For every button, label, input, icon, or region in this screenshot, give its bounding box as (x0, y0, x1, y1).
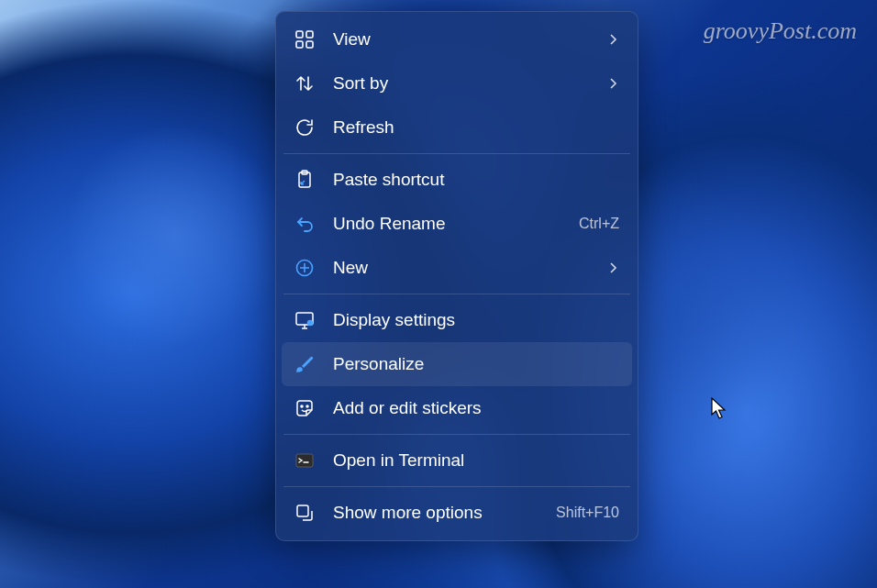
display-settings-icon (294, 310, 315, 330)
paste-shortcut-icon (294, 170, 315, 190)
chevron-right-icon (606, 261, 619, 274)
menu-item-personalize[interactable]: Personalize (282, 342, 632, 386)
menu-label: Display settings (333, 310, 619, 330)
menu-label: Undo Rename (333, 214, 568, 234)
menu-shortcut: Shift+F10 (556, 505, 619, 521)
menu-separator (283, 153, 630, 154)
menu-label: Paste shortcut (333, 170, 619, 190)
svg-point-8 (308, 321, 313, 326)
chevron-right-icon (606, 33, 619, 46)
mouse-cursor (711, 397, 727, 421)
svg-rect-3 (306, 41, 313, 48)
chevron-right-icon (606, 77, 619, 90)
menu-item-paste-shortcut[interactable]: Paste shortcut (282, 158, 632, 202)
menu-item-sort-by[interactable]: Sort by (282, 61, 632, 105)
menu-separator (283, 434, 630, 435)
svg-rect-12 (297, 505, 308, 516)
menu-item-add-stickers[interactable]: Add or edit stickers (282, 386, 632, 430)
menu-label: Refresh (333, 117, 619, 138)
menu-label: Add or edit stickers (333, 398, 619, 418)
menu-label: Open in Terminal (333, 450, 619, 471)
menu-item-view[interactable]: View (282, 17, 632, 61)
show-more-icon (294, 503, 315, 523)
desktop-context-menu: View Sort by Refresh (275, 11, 638, 541)
terminal-icon (294, 450, 315, 471)
menu-separator (283, 486, 630, 487)
svg-rect-11 (296, 454, 313, 467)
menu-label: Personalize (333, 354, 619, 374)
svg-rect-0 (296, 31, 303, 38)
stickers-icon (294, 398, 315, 418)
menu-label: New (333, 258, 595, 278)
svg-rect-1 (306, 31, 313, 38)
menu-item-new[interactable]: New (282, 246, 632, 290)
menu-label: Sort by (333, 73, 595, 94)
svg-rect-2 (296, 41, 303, 48)
sort-icon (294, 73, 315, 94)
menu-label: Show more options (333, 503, 545, 523)
menu-label: View (333, 29, 595, 50)
svg-point-9 (301, 405, 303, 407)
menu-item-show-more[interactable]: Show more options Shift+F10 (282, 491, 632, 535)
menu-item-open-terminal[interactable]: Open in Terminal (282, 438, 632, 483)
watermark-text: groovyPost.com (704, 17, 857, 45)
svg-point-10 (306, 405, 308, 407)
refresh-icon (294, 117, 315, 138)
menu-shortcut: Ctrl+Z (579, 216, 619, 232)
menu-item-refresh[interactable]: Refresh (282, 105, 632, 150)
new-icon (294, 258, 315, 278)
menu-separator (283, 294, 630, 294)
menu-item-display-settings[interactable]: Display settings (282, 298, 632, 342)
menu-item-undo-rename[interactable]: Undo Rename Ctrl+Z (282, 202, 632, 246)
personalize-icon (294, 354, 315, 374)
undo-icon (294, 214, 315, 234)
view-icon (294, 29, 315, 50)
